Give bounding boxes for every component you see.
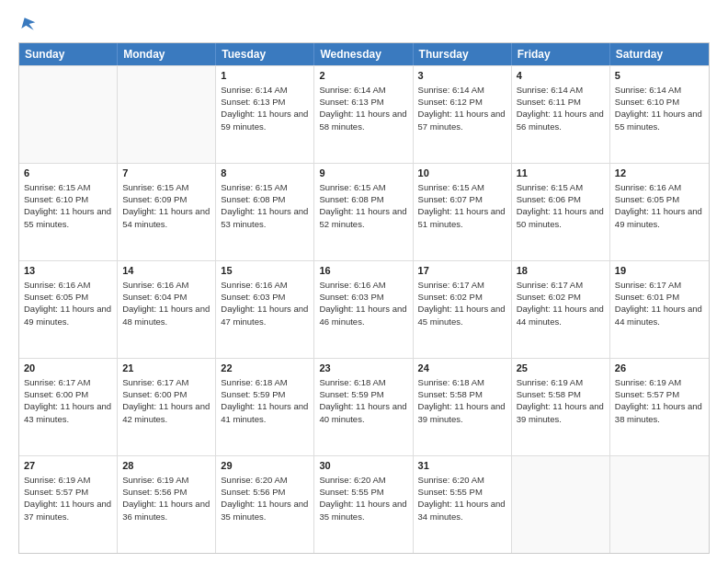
cell-info: Sunrise: 6:16 AM Sunset: 6:03 PM Dayligh…: [221, 279, 309, 327]
day-number: 29: [221, 459, 309, 473]
calendar-header-row: SundayMondayTuesdayWednesdayThursdayFrid…: [19, 43, 709, 65]
day-number: 5: [615, 69, 704, 83]
calendar: SundayMondayTuesdayWednesdayThursdayFrid…: [18, 42, 710, 554]
day-number: 11: [517, 167, 605, 180]
day-number: 6: [24, 167, 112, 180]
calendar-cell-26: 26Sunrise: 6:19 AM Sunset: 5:57 PM Dayli…: [610, 359, 709, 455]
calendar-cell-31: 31Sunrise: 6:20 AM Sunset: 5:55 PM Dayli…: [414, 456, 512, 553]
day-number: 7: [122, 167, 210, 180]
day-number: 19: [615, 264, 704, 278]
cell-info: Sunrise: 6:18 AM Sunset: 5:59 PM Dayligh…: [319, 376, 407, 425]
calendar-cell-16: 16Sunrise: 6:16 AM Sunset: 6:03 PM Dayli…: [314, 261, 413, 358]
calendar-cell-7: 7Sunrise: 6:15 AM Sunset: 6:09 PM Daylig…: [118, 164, 216, 260]
logo: [18, 15, 37, 33]
calendar-cell-21: 21Sunrise: 6:17 AM Sunset: 6:00 PM Dayli…: [118, 359, 216, 455]
cell-info: Sunrise: 6:15 AM Sunset: 6:08 PM Dayligh…: [319, 181, 407, 230]
calendar-body: 1Sunrise: 6:14 AM Sunset: 6:13 PM Daylig…: [19, 65, 709, 553]
calendar-cell-14: 14Sunrise: 6:16 AM Sunset: 6:04 PM Dayli…: [118, 261, 216, 358]
calendar-cell-22: 22Sunrise: 6:18 AM Sunset: 5:59 PM Dayli…: [216, 359, 314, 455]
calendar-cell-12: 12Sunrise: 6:16 AM Sunset: 6:05 PM Dayli…: [610, 164, 709, 260]
calendar-cell-3: 3Sunrise: 6:14 AM Sunset: 6:12 PM Daylig…: [414, 66, 512, 163]
header-day-sunday: Sunday: [19, 43, 118, 65]
day-number: 3: [418, 69, 506, 83]
cell-info: Sunrise: 6:15 AM Sunset: 6:07 PM Dayligh…: [418, 181, 506, 230]
cell-info: Sunrise: 6:14 AM Sunset: 6:13 PM Dayligh…: [221, 84, 309, 132]
day-number: 23: [319, 362, 407, 375]
cell-info: Sunrise: 6:15 AM Sunset: 6:09 PM Dayligh…: [122, 181, 210, 230]
cell-info: Sunrise: 6:19 AM Sunset: 5:57 PM Dayligh…: [24, 474, 112, 523]
cell-info: Sunrise: 6:17 AM Sunset: 6:01 PM Dayligh…: [615, 279, 704, 327]
cell-info: Sunrise: 6:17 AM Sunset: 6:00 PM Dayligh…: [122, 376, 210, 425]
header-day-saturday: Saturday: [610, 43, 709, 65]
cell-info: Sunrise: 6:15 AM Sunset: 6:08 PM Dayligh…: [221, 181, 309, 230]
calendar-cell-15: 15Sunrise: 6:16 AM Sunset: 6:03 PM Dayli…: [216, 261, 314, 358]
logo-block: [18, 15, 37, 33]
calendar-cell-30: 30Sunrise: 6:20 AM Sunset: 5:55 PM Dayli…: [314, 456, 413, 553]
calendar-cell-29: 29Sunrise: 6:20 AM Sunset: 5:56 PM Dayli…: [216, 456, 314, 553]
cell-info: Sunrise: 6:20 AM Sunset: 5:56 PM Dayligh…: [221, 474, 309, 523]
calendar-week-2: 6Sunrise: 6:15 AM Sunset: 6:10 PM Daylig…: [19, 163, 709, 260]
cell-info: Sunrise: 6:15 AM Sunset: 6:06 PM Dayligh…: [517, 181, 605, 230]
day-number: 22: [221, 362, 309, 375]
header-day-friday: Friday: [512, 43, 610, 65]
cell-info: Sunrise: 6:17 AM Sunset: 6:00 PM Dayligh…: [24, 376, 112, 425]
day-number: 24: [418, 362, 506, 375]
day-number: 17: [418, 264, 506, 278]
svg-marker-0: [21, 17, 35, 29]
calendar-cell-28: 28Sunrise: 6:19 AM Sunset: 5:56 PM Dayli…: [118, 456, 216, 553]
calendar-cell-18: 18Sunrise: 6:17 AM Sunset: 6:02 PM Dayli…: [512, 261, 610, 358]
cell-info: Sunrise: 6:20 AM Sunset: 5:55 PM Dayligh…: [319, 474, 407, 523]
cell-info: Sunrise: 6:18 AM Sunset: 5:58 PM Dayligh…: [418, 376, 506, 425]
cell-info: Sunrise: 6:19 AM Sunset: 5:57 PM Dayligh…: [615, 376, 704, 425]
calendar-cell-13: 13Sunrise: 6:16 AM Sunset: 6:05 PM Dayli…: [19, 261, 118, 358]
header-day-tuesday: Tuesday: [216, 43, 314, 65]
calendar-week-3: 13Sunrise: 6:16 AM Sunset: 6:05 PM Dayli…: [19, 260, 709, 358]
calendar-cell-6: 6Sunrise: 6:15 AM Sunset: 6:10 PM Daylig…: [19, 164, 118, 260]
calendar-cell-empty-w0c1: [118, 66, 216, 163]
calendar-week-1: 1Sunrise: 6:14 AM Sunset: 6:13 PM Daylig…: [19, 65, 709, 163]
cell-info: Sunrise: 6:14 AM Sunset: 6:12 PM Dayligh…: [418, 84, 506, 132]
day-number: 26: [615, 362, 704, 375]
page: SundayMondayTuesdayWednesdayThursdayFrid…: [0, 0, 728, 563]
calendar-cell-1: 1Sunrise: 6:14 AM Sunset: 6:13 PM Daylig…: [216, 66, 314, 163]
calendar-cell-empty-w0c0: [19, 66, 118, 163]
day-number: 30: [319, 459, 407, 473]
calendar-cell-5: 5Sunrise: 6:14 AM Sunset: 6:10 PM Daylig…: [610, 66, 709, 163]
cell-info: Sunrise: 6:19 AM Sunset: 5:56 PM Dayligh…: [122, 474, 210, 523]
calendar-cell-4: 4Sunrise: 6:14 AM Sunset: 6:11 PM Daylig…: [512, 66, 610, 163]
cell-info: Sunrise: 6:15 AM Sunset: 6:10 PM Dayligh…: [24, 181, 112, 230]
day-number: 10: [418, 167, 506, 180]
cell-info: Sunrise: 6:16 AM Sunset: 6:03 PM Dayligh…: [319, 279, 407, 327]
day-number: 31: [418, 459, 506, 473]
calendar-cell-20: 20Sunrise: 6:17 AM Sunset: 6:00 PM Dayli…: [19, 359, 118, 455]
calendar-cell-24: 24Sunrise: 6:18 AM Sunset: 5:58 PM Dayli…: [414, 359, 512, 455]
day-number: 1: [221, 69, 309, 83]
cell-info: Sunrise: 6:14 AM Sunset: 6:10 PM Dayligh…: [615, 84, 704, 132]
logo-row: [18, 15, 37, 33]
day-number: 14: [122, 264, 210, 278]
cell-info: Sunrise: 6:14 AM Sunset: 6:13 PM Dayligh…: [319, 84, 407, 132]
calendar-cell-9: 9Sunrise: 6:15 AM Sunset: 6:08 PM Daylig…: [314, 164, 413, 260]
calendar-cell-8: 8Sunrise: 6:15 AM Sunset: 6:08 PM Daylig…: [216, 164, 314, 260]
calendar-week-5: 27Sunrise: 6:19 AM Sunset: 5:57 PM Dayli…: [19, 455, 709, 553]
day-number: 20: [24, 362, 112, 375]
day-number: 21: [122, 362, 210, 375]
calendar-week-4: 20Sunrise: 6:17 AM Sunset: 6:00 PM Dayli…: [19, 358, 709, 455]
header-day-monday: Monday: [118, 43, 216, 65]
header: [18, 15, 710, 33]
cell-info: Sunrise: 6:18 AM Sunset: 5:59 PM Dayligh…: [221, 376, 309, 425]
calendar-cell-27: 27Sunrise: 6:19 AM Sunset: 5:57 PM Dayli…: [19, 456, 118, 553]
calendar-cell-19: 19Sunrise: 6:17 AM Sunset: 6:01 PM Dayli…: [610, 261, 709, 358]
day-number: 15: [221, 264, 309, 278]
day-number: 4: [517, 69, 605, 83]
day-number: 18: [517, 264, 605, 278]
cell-info: Sunrise: 6:17 AM Sunset: 6:02 PM Dayligh…: [517, 279, 605, 327]
day-number: 28: [122, 459, 210, 473]
cell-info: Sunrise: 6:17 AM Sunset: 6:02 PM Dayligh…: [418, 279, 506, 327]
logo-bird-icon: [18, 15, 37, 33]
cell-info: Sunrise: 6:16 AM Sunset: 6:05 PM Dayligh…: [24, 279, 112, 327]
calendar-cell-11: 11Sunrise: 6:15 AM Sunset: 6:06 PM Dayli…: [512, 164, 610, 260]
day-number: 2: [319, 69, 407, 83]
header-day-thursday: Thursday: [414, 43, 512, 65]
calendar-cell-2: 2Sunrise: 6:14 AM Sunset: 6:13 PM Daylig…: [314, 66, 413, 163]
